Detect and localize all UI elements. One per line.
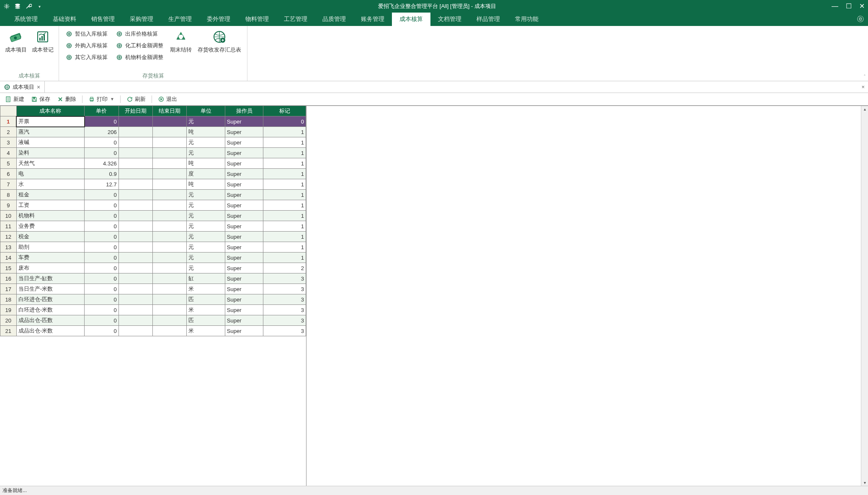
cell-name[interactable]: 车费	[16, 253, 85, 263]
cell-start[interactable]	[118, 221, 152, 232]
cell-unit[interactable]: 米	[187, 284, 225, 294]
cell-unit[interactable]: 元	[187, 232, 225, 242]
cell-end[interactable]	[152, 305, 186, 315]
cell-start[interactable]	[118, 169, 152, 179]
column-header[interactable]: 标记	[263, 106, 306, 116]
column-header[interactable]: 单价	[85, 106, 118, 116]
menu-item[interactable]: 文档管理	[430, 13, 469, 26]
cell-mark[interactable]: 1	[263, 137, 306, 148]
table-row[interactable]: 6电0.9度Super1	[0, 169, 306, 179]
cell-price[interactable]: 0.9	[85, 169, 118, 179]
cell-price[interactable]: 0	[85, 190, 118, 200]
cell-price[interactable]: 0	[85, 315, 118, 326]
cell-op[interactable]: Super	[225, 273, 263, 284]
cell-unit[interactable]: 米	[187, 305, 225, 315]
cell-unit[interactable]: 度	[187, 169, 225, 179]
cell-op[interactable]: Super	[225, 148, 263, 158]
cell-op[interactable]: Super	[225, 190, 263, 200]
exit-button[interactable]: 退出	[155, 95, 180, 104]
cell-unit[interactable]: 元	[187, 148, 225, 158]
menu-item[interactable]: 销售管理	[84, 13, 122, 26]
cell-price[interactable]: 0	[85, 148, 118, 158]
cell-op[interactable]: Super	[225, 137, 263, 148]
cell-start[interactable]	[118, 232, 152, 242]
menu-item[interactable]: 账务管理	[353, 13, 392, 26]
tools-icon[interactable]	[25, 3, 32, 10]
minimize-button[interactable]: —	[832, 3, 838, 10]
cell-end[interactable]	[152, 116, 186, 127]
ribbon-collapse-icon[interactable]: ˆ	[864, 74, 865, 79]
table-row[interactable]: 1开票0元Super0	[0, 116, 306, 127]
cost-item-button[interactable]: 成本项目	[3, 28, 29, 55]
cell-end[interactable]	[152, 242, 186, 253]
doctab-cost-item[interactable]: 成本项目 ×	[0, 81, 45, 93]
cell-price[interactable]: 4.326	[85, 158, 118, 169]
ribbon-small-button[interactable]: 其它入库核算	[64, 53, 109, 62]
row-number[interactable]: 4	[0, 148, 17, 158]
cell-unit[interactable]: 匹	[187, 294, 225, 305]
cell-unit[interactable]: 元	[187, 253, 225, 263]
cell-mark[interactable]: 3	[263, 273, 306, 284]
cell-end[interactable]	[152, 211, 186, 221]
row-number[interactable]: 16	[0, 273, 17, 284]
ribbon-small-button[interactable]: 机物料金额调整	[114, 53, 165, 62]
cell-op[interactable]: Super	[225, 221, 263, 232]
cell-mark[interactable]: 1	[263, 221, 306, 232]
cell-start[interactable]	[118, 263, 152, 273]
cell-mark[interactable]: 1	[263, 253, 306, 263]
cell-op[interactable]: Super	[225, 127, 263, 137]
cell-mark[interactable]: 1	[263, 200, 306, 211]
cell-end[interactable]	[152, 273, 186, 284]
menu-item[interactable]: 基础资料	[45, 13, 84, 26]
cell-end[interactable]	[152, 253, 186, 263]
cell-price[interactable]: 0	[85, 305, 118, 315]
cell-start[interactable]	[118, 116, 152, 127]
cell-end[interactable]	[152, 294, 186, 305]
cell-end[interactable]	[152, 179, 186, 190]
column-header[interactable]: 成本名称	[16, 106, 85, 116]
cell-price[interactable]: 0	[85, 116, 118, 127]
globe-icon[interactable]	[3, 3, 10, 10]
row-number[interactable]: 12	[0, 232, 17, 242]
cell-end[interactable]	[152, 326, 186, 336]
table-row[interactable]: 8租金0元Super1	[0, 190, 306, 200]
row-number[interactable]: 14	[0, 253, 17, 263]
table-row[interactable]: 17当日生产-米数0米Super3	[0, 284, 306, 294]
row-number[interactable]: 10	[0, 211, 17, 221]
cell-op[interactable]: Super	[225, 253, 263, 263]
cell-mark[interactable]: 0	[263, 116, 306, 127]
print-dropdown-icon[interactable]: ▼	[110, 97, 114, 101]
save-button[interactable]: 保存	[28, 95, 53, 104]
column-header[interactable]: 开始日期	[118, 106, 152, 116]
cell-start[interactable]	[118, 200, 152, 211]
cell-name[interactable]: 工资	[16, 200, 85, 211]
cell-name[interactable]: 业务费	[16, 221, 85, 232]
menu-item[interactable]: 品质管理	[315, 13, 353, 26]
cell-end[interactable]	[152, 169, 186, 179]
cell-name[interactable]: 废布	[16, 263, 85, 273]
cell-price[interactable]: 0	[85, 232, 118, 242]
cell-unit[interactable]: 元	[187, 137, 225, 148]
menu-item[interactable]: 工艺管理	[276, 13, 315, 26]
row-number[interactable]: 7	[0, 179, 17, 190]
cell-unit[interactable]: 元	[187, 116, 225, 127]
row-number[interactable]: 18	[0, 294, 17, 305]
cell-unit[interactable]: 元	[187, 211, 225, 221]
cell-end[interactable]	[152, 190, 186, 200]
menu-item[interactable]: 采购管理	[122, 13, 161, 26]
cell-end[interactable]	[152, 221, 186, 232]
cell-mark[interactable]: 2	[263, 263, 306, 273]
cell-end[interactable]	[152, 200, 186, 211]
cell-start[interactable]	[118, 190, 152, 200]
cell-start[interactable]	[118, 158, 152, 169]
tabs-close-all-icon[interactable]: ×	[858, 81, 868, 93]
cell-op[interactable]: Super	[225, 284, 263, 294]
cell-start[interactable]	[118, 305, 152, 315]
cell-end[interactable]	[152, 158, 186, 169]
table-row[interactable]: 19白坯进仓-米数0米Super3	[0, 305, 306, 315]
table-row[interactable]: 7水12.7吨Super1	[0, 179, 306, 190]
new-button[interactable]: 新建	[3, 95, 27, 104]
cell-price[interactable]: 0	[85, 211, 118, 221]
cell-op[interactable]: Super	[225, 211, 263, 221]
cell-mark[interactable]: 1	[263, 211, 306, 221]
